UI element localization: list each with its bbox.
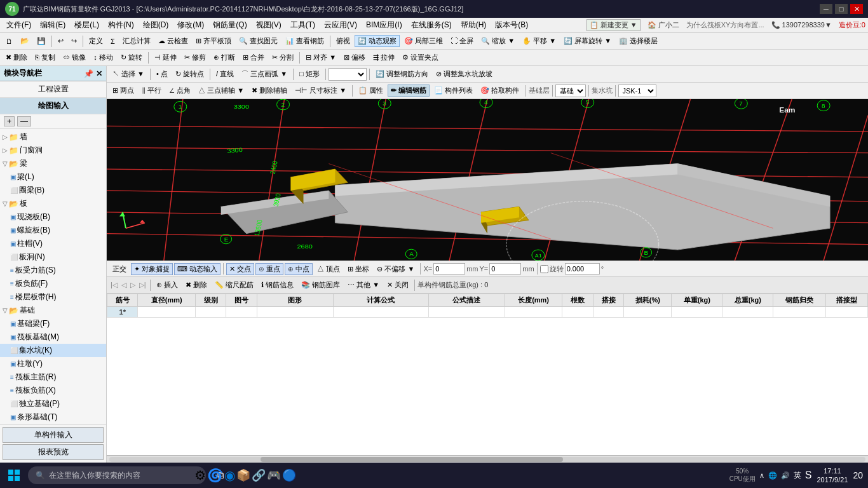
- minimize-button[interactable]: ─: [820, 4, 832, 14]
- select-mode-btn[interactable]: ↖ 选择 ▼: [109, 68, 147, 80]
- tb-screen-rotate-btn[interactable]: 🔄 屏幕旋转 ▼: [560, 35, 614, 47]
- tb-mirror-btn[interactable]: ⇔ 镜像: [60, 51, 89, 64]
- layer-selector[interactable]: 基础: [555, 85, 586, 97]
- add-component-btn[interactable]: +: [4, 116, 15, 126]
- tb-stretch-btn[interactable]: ⇶ 拉伸: [370, 51, 398, 64]
- cell-diameter[interactable]: [138, 307, 195, 318]
- snap-btn[interactable]: ✦ 对象捕捉: [131, 263, 173, 275]
- y-input[interactable]: [489, 263, 521, 274]
- tb-save-btn[interactable]: 💾: [34, 36, 49, 46]
- nav-next-btn[interactable]: ▷: [129, 281, 137, 289]
- xiao-er-btn[interactable]: 🏠 广小二: [644, 19, 682, 31]
- tb-align-top-btn[interactable]: ⊞ 齐平板顶: [193, 35, 234, 47]
- tree-item-strip-found[interactable]: ▣条形基础(T): [0, 410, 106, 424]
- tb-three-point-aux-btn[interactable]: △ 三点辅轴 ▼: [195, 85, 247, 97]
- tb-summary-btn[interactable]: 汇总计算: [119, 35, 154, 47]
- tb-open-btn[interactable]: 📂: [17, 36, 32, 46]
- menu-edit[interactable]: 编辑(E): [36, 18, 69, 32]
- tb-cloud-check-btn[interactable]: ☁ 云检查: [155, 35, 191, 47]
- tree-item-beam[interactable]: ▽📂梁: [0, 157, 106, 170]
- center-btn[interactable]: ⊙ 重点: [255, 263, 283, 275]
- point-mode-btn[interactable]: • 点: [153, 68, 171, 80]
- tb-undo-btn[interactable]: ↩: [55, 36, 67, 46]
- tree-item-col-pier[interactable]: ▣柱墩(Y): [0, 357, 106, 370]
- tb-property-btn[interactable]: 📋 属性: [355, 85, 386, 97]
- tree-item-slab[interactable]: ▽📂板: [0, 197, 106, 210]
- shape-selector[interactable]: [329, 68, 367, 81]
- menu-cloud[interactable]: 云应用(V): [320, 18, 361, 32]
- tree-item-raft-main-rebar[interactable]: ≡筏板主筋(R): [0, 370, 106, 384]
- tb-extend-btn[interactable]: ⊣ 延伸: [151, 51, 180, 64]
- three-point-arc-btn[interactable]: ⌒ 三点画弧 ▼: [238, 68, 290, 80]
- horizontal-scrollbar[interactable]: [107, 455, 868, 463]
- tb-two-point-btn[interactable]: ⊞ 两点: [109, 85, 137, 97]
- tree-item-neg-rebar[interactable]: ≡板负筋(F): [0, 277, 106, 290]
- tb-copy-btn[interactable]: ⎘ 复制: [32, 51, 58, 64]
- tb-component-list-btn[interactable]: 📃 构件列表: [431, 85, 476, 97]
- vertex-btn[interactable]: △ 顶点: [314, 263, 343, 275]
- tb-edit-rebar-btn[interactable]: ✏ 编辑钢筋: [388, 85, 430, 97]
- tree-item-pit[interactable]: ⬜集水坑(K): [0, 344, 106, 357]
- project-settings-btn[interactable]: 工程设置: [0, 81, 106, 98]
- nav-prev-btn[interactable]: ◁: [120, 281, 128, 289]
- time-block[interactable]: 17:11 2017/9/21: [817, 466, 848, 485]
- graph-input-btn[interactable]: 绘图输入: [0, 98, 106, 114]
- tree-item-door[interactable]: ▷📁门窗洞: [0, 144, 106, 157]
- nav-pin-btn[interactable]: 📌: [84, 69, 93, 78]
- tree-item-slab-rebar[interactable]: ≡板受力筋(S): [0, 264, 106, 277]
- tb-grip-btn[interactable]: ⚙ 设置夹点: [399, 51, 442, 64]
- phone-btn[interactable]: 📞 13907298339▼: [768, 20, 835, 30]
- tree-item-floor-band[interactable]: ≡楼层板带(H): [0, 290, 106, 304]
- nav-close-btn[interactable]: ✕: [96, 69, 102, 78]
- tb-dim-btn[interactable]: ⊣⊢ 尺寸标注 ▼: [292, 85, 349, 97]
- rotate-input[interactable]: [565, 263, 600, 274]
- midpoint-btn[interactable]: ⊕ 中点: [285, 263, 313, 275]
- tb-rotate-btn[interactable]: ↻ 旋转: [118, 51, 146, 64]
- insert-rebar-btn[interactable]: ⊕ 插入: [153, 279, 181, 291]
- tb-pan-btn[interactable]: ✋ 平移 ▼: [519, 35, 559, 47]
- tree-item-ring-beam[interactable]: ⬜圈梁(B): [0, 184, 106, 197]
- tb-top-view-btn[interactable]: 俯视: [333, 35, 353, 47]
- taskbar-icon-5[interactable]: 🔗: [252, 464, 266, 487]
- tree-item-found-beam[interactable]: ▣基础梁(F): [0, 317, 106, 330]
- nav-last-btn[interactable]: ▷|: [138, 281, 147, 289]
- rebar-info-btn[interactable]: ℹ 钢筋信息: [258, 279, 297, 291]
- menu-component[interactable]: 构件(N): [104, 18, 138, 32]
- ime-icon[interactable]: S: [805, 470, 812, 481]
- taskbar-icon-4[interactable]: 📦: [236, 464, 250, 487]
- close-rebar-btn[interactable]: ✕ 关闭: [384, 279, 412, 291]
- tb-merge-btn[interactable]: ⊞ 合并: [240, 51, 268, 64]
- tree-item-cast-slab[interactable]: ▣现浇板(B): [0, 210, 106, 224]
- scale-rebar-btn[interactable]: 📏 缩尺配筋: [212, 279, 257, 291]
- rotate-point-btn[interactable]: ↻ 旋转点: [172, 68, 207, 80]
- menu-help[interactable]: 帮助(H): [457, 18, 491, 32]
- tree-item-wall[interactable]: ▷📁墙: [0, 130, 106, 144]
- dynamic-input-btn[interactable]: ⌨ 动态输入: [174, 263, 220, 275]
- menu-online[interactable]: 在线服务(S): [407, 18, 456, 32]
- menu-tools[interactable]: 工具(T): [287, 18, 319, 32]
- menu-floor[interactable]: 楼层(L): [71, 18, 103, 32]
- no-offset-btn[interactable]: ⊖ 不偏移 ▼: [374, 263, 417, 275]
- tb-offset-btn[interactable]: ⊠ 偏移: [341, 51, 369, 64]
- tb-delete-btn[interactable]: ✖ 删除: [3, 51, 31, 64]
- tb-move-btn[interactable]: ↕ 移动: [90, 51, 116, 64]
- menu-rebar-qty[interactable]: 钢筋量(Q): [209, 18, 250, 32]
- tree-item-raft-neg-rebar[interactable]: ≡筏板负筋(X): [0, 384, 106, 397]
- tree-item-foundation[interactable]: ▽📂基础: [0, 304, 106, 317]
- tree-item-column-cap[interactable]: ▣柱帽(V): [0, 237, 106, 250]
- menu-bim[interactable]: BIM应用(I): [362, 18, 406, 32]
- new-change-btn[interactable]: 📋 新建变更 ▼: [587, 19, 641, 31]
- taskbar-icon-2[interactable]: 🌀: [207, 464, 223, 487]
- delete-rebar-btn[interactable]: ✖ 删除: [182, 279, 210, 291]
- tb-break-btn[interactable]: ⊕ 打断: [210, 51, 238, 64]
- tb-point-angle-btn[interactable]: ∠ 点角: [166, 85, 194, 97]
- tray-arrow[interactable]: ∧: [759, 471, 764, 480]
- close-button[interactable]: ✕: [850, 4, 863, 14]
- rotate-checkbox[interactable]: [540, 265, 548, 273]
- tree-item-beam-l[interactable]: ▣梁(L): [0, 170, 106, 184]
- tb-new-btn[interactable]: 🗋: [3, 36, 16, 46]
- tb-pick-component-btn[interactable]: 🎯 拾取构件: [477, 85, 522, 97]
- adjust-sink-btn[interactable]: ⊘ 调整集水坑放坡: [433, 68, 496, 80]
- table-row[interactable]: 1*: [107, 307, 868, 318]
- scroll-thumb[interactable]: [261, 457, 563, 462]
